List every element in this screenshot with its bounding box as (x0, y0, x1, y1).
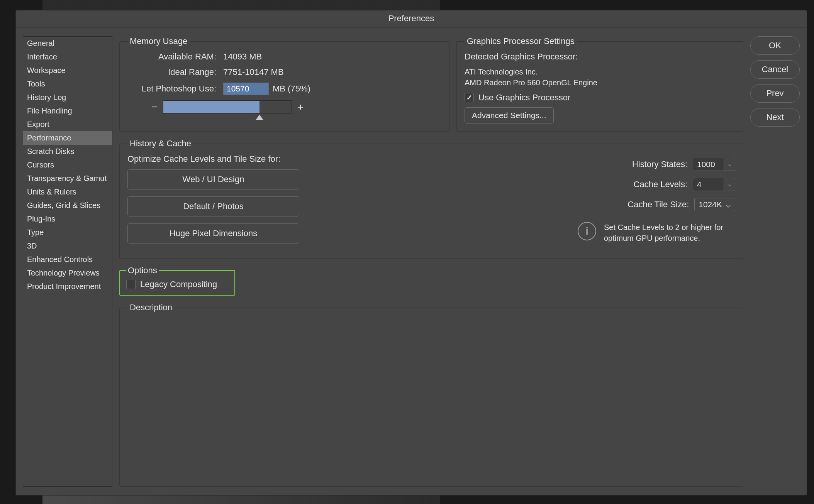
memory-usage-group: Memory Usage Available RAM: 14093 MB Ide… (119, 36, 449, 132)
gpu-settings-group: Graphics Processor Settings Detected Gra… (456, 36, 743, 132)
sidebar-item-interface[interactable]: Interface (23, 50, 112, 64)
ideal-range-row: Ideal Range: 7751-10147 MB (127, 67, 441, 77)
next-button[interactable]: Next (750, 108, 800, 127)
info-row: i Set Cache Levels to 2 or higher for op… (317, 222, 735, 244)
sidebar-item-history-log[interactable]: History Log (23, 91, 112, 104)
description-group: Description (119, 303, 743, 487)
cache-levels-label: Cache Levels: (634, 179, 687, 189)
dialog-title: Preferences (16, 10, 807, 28)
legacy-compositing-row[interactable]: Legacy Compositing (126, 279, 228, 289)
sidebar-item-file-handling[interactable]: File Handling (23, 104, 112, 118)
advanced-settings-button[interactable]: Advanced Settings... (465, 107, 554, 123)
sidebar-item-export[interactable]: Export (23, 118, 112, 131)
ideal-range-value: 7751-10147 MB (223, 67, 284, 77)
huge-pixel-button[interactable]: Huge Pixel Dimensions (127, 223, 299, 244)
sidebar-item-tools[interactable]: Tools (23, 77, 112, 91)
gpu-body: Detected Graphics Processor: ATI Technol… (465, 52, 735, 123)
available-ram-label: Available RAM: (127, 52, 216, 62)
cache-values-section: History States: ⌵ Cache Levels: ⌵ (317, 154, 735, 250)
description-legend: Description (127, 303, 175, 313)
options-group: Options Legacy Compositing (119, 266, 235, 296)
use-gpu-label: Use Graphics Processor (478, 93, 570, 103)
sidebar-item-performance[interactable]: Performance (23, 131, 112, 145)
legacy-compositing-checkbox[interactable] (126, 280, 136, 289)
sidebar-item-workspace[interactable]: Workspace (23, 64, 112, 77)
sidebar-item-guides-grid-slices[interactable]: Guides, Grid & Slices (23, 199, 112, 212)
cache-tile-label: Cache Tile Size: (627, 200, 689, 210)
options-legend: Options (126, 266, 159, 276)
history-states-label: History States: (632, 159, 687, 169)
history-states-input[interactable] (693, 158, 724, 171)
slider-minus-icon[interactable]: − (151, 101, 158, 113)
cache-levels-chevron-icon[interactable]: ⌵ (724, 178, 735, 191)
info-icon: i (578, 222, 596, 240)
top-row: Memory Usage Available RAM: 14093 MB Ide… (119, 36, 743, 132)
sidebar-item-plug-ins[interactable]: Plug-Ins (23, 212, 112, 226)
legacy-compositing-label: Legacy Compositing (140, 279, 217, 289)
category-sidebar: GeneralInterfaceWorkspaceToolsHistory Lo… (23, 36, 112, 487)
sidebar-item-transparency-gamut[interactable]: Transparency & Gamut (23, 172, 112, 185)
slider-thumb-icon[interactable] (256, 115, 263, 120)
sidebar-item-technology-previews[interactable]: Technology Previews (23, 266, 112, 280)
sidebar-item-type[interactable]: Type (23, 226, 112, 239)
cancel-button[interactable]: Cancel (750, 60, 800, 79)
web-ui-design-button[interactable]: Web / UI Design (127, 169, 299, 189)
sidebar-item-3d[interactable]: 3D (23, 239, 112, 253)
ok-button[interactable]: OK (750, 36, 800, 55)
gpu-info: ATI Technologies Inc. AMD Radeon Pro 560… (465, 66, 735, 88)
prev-button[interactable]: Prev (750, 84, 800, 103)
chevron-down-icon: ⌵ (726, 200, 731, 209)
ideal-range-label: Ideal Range: (127, 67, 216, 77)
use-gpu-checkbox[interactable] (465, 93, 474, 102)
optimize-section: Optimize Cache Levels and Tile Size for:… (127, 154, 301, 250)
memory-slider-row: − + (151, 100, 441, 113)
detected-gpu-label: Detected Graphics Processor: (465, 52, 735, 62)
use-gpu-checkbox-row[interactable]: Use Graphics Processor (465, 93, 735, 103)
dialog-buttons: OK Cancel Prev Next (750, 36, 800, 487)
slider-fill (163, 101, 259, 113)
memory-input[interactable] (223, 83, 269, 95)
default-photos-button[interactable]: Default / Photos (127, 196, 299, 216)
main-panel: Memory Usage Available RAM: 14093 MB Ide… (119, 36, 743, 487)
sidebar-item-general[interactable]: General (23, 37, 112, 50)
sidebar-item-enhanced-controls[interactable]: Enhanced Controls (23, 253, 112, 266)
optimize-label: Optimize Cache Levels and Tile Size for: (127, 154, 301, 164)
dialog-body: GeneralInterfaceWorkspaceToolsHistory Lo… (16, 28, 807, 495)
history-states-row: History States: ⌵ (317, 158, 735, 171)
let-photoshop-label: Let Photoshop Use: (127, 84, 216, 94)
cache-levels-row: Cache Levels: ⌵ (317, 178, 735, 191)
history-cache-group: History & Cache Optimize Cache Levels an… (119, 139, 743, 259)
slider-plus-icon[interactable]: + (297, 101, 304, 113)
gpu-vendor: ATI Technologies Inc. (465, 66, 735, 77)
cache-tile-row: Cache Tile Size: 1024K ⌵ (317, 198, 735, 211)
history-cache-body: Optimize Cache Levels and Tile Size for:… (127, 154, 735, 250)
info-text: Set Cache Levels to 2 or higher for opti… (604, 222, 735, 244)
available-ram-row: Available RAM: 14093 MB (127, 52, 441, 62)
cache-tile-dropdown[interactable]: 1024K ⌵ (694, 198, 735, 211)
gpu-model: AMD Radeon Pro 560 OpenGL Engine (465, 77, 735, 88)
cache-tile-value: 1024K (699, 200, 722, 209)
let-photoshop-row: Let Photoshop Use: MB (75%) (127, 83, 441, 95)
history-states-stepper[interactable]: ⌵ (693, 158, 735, 171)
sidebar-item-cursors[interactable]: Cursors (23, 158, 112, 172)
sidebar-item-product-improvement[interactable]: Product Improvement (23, 280, 112, 293)
history-states-chevron-icon[interactable]: ⌵ (724, 158, 735, 171)
history-cache-legend: History & Cache (127, 139, 193, 149)
memory-suffix: MB (75%) (273, 84, 310, 94)
memory-legend: Memory Usage (127, 36, 190, 46)
cache-levels-stepper[interactable]: ⌵ (693, 178, 735, 191)
available-ram-value: 14093 MB (223, 52, 262, 62)
preferences-dialog: Preferences GeneralInterfaceWorkspaceToo… (15, 10, 807, 496)
memory-slider[interactable] (163, 100, 292, 113)
sidebar-item-units-rulers[interactable]: Units & Rulers (23, 185, 112, 199)
cache-levels-input[interactable] (693, 178, 724, 191)
gpu-legend: Graphics Processor Settings (465, 36, 577, 46)
sidebar-item-scratch-disks[interactable]: Scratch Disks (23, 145, 112, 158)
